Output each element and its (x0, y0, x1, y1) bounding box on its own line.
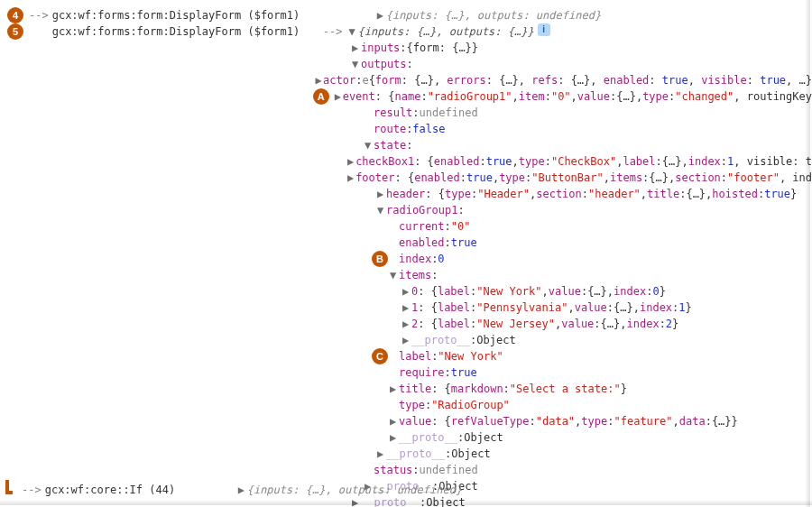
collapse-icon[interactable]: ▼ (352, 56, 361, 72)
prop-subkey: items (610, 170, 642, 186)
expand-icon[interactable]: ▶ (402, 283, 411, 300)
prop-subkey: type (519, 153, 545, 170)
log-summary: {inputs: {…}, outputs: undefined} (386, 7, 601, 23)
collapse-icon[interactable]: ▼ (390, 267, 399, 283)
prop-key: __proto__ (399, 429, 457, 446)
prop-subkey: index (640, 300, 672, 316)
prop-value: undefined (420, 462, 478, 478)
footer-line: ▶ footer: { enabled: true, type: "Button… (7, 170, 812, 186)
status-line: status: undefined (7, 462, 812, 478)
prop-value: "RadioGroup" (431, 397, 510, 413)
collapse-icon[interactable]: ▼ (349, 23, 358, 40)
prop-key: type (399, 397, 425, 413)
prop-key: require (399, 364, 445, 381)
prop-value: "changed" (675, 88, 734, 105)
prop-key: title (399, 381, 431, 397)
rg-enabled-line: enabled: true (7, 235, 812, 251)
prop-value: 0 (652, 283, 659, 300)
header-line: ▶ header: { type: "Header", section: "he… (7, 186, 812, 202)
expand-icon[interactable]: ▶ (402, 316, 411, 332)
prop-key: status (374, 462, 412, 478)
log-function: gcx:wf:core::If (44) (45, 484, 176, 496)
rg-label-line: C label: "New York" (7, 348, 812, 364)
prop-value: {…} (616, 88, 636, 105)
prop-key: header (386, 186, 425, 202)
prop-subkey: enabled (414, 170, 460, 186)
expand-icon[interactable]: ▶ (347, 153, 355, 170)
prop-value: true (466, 170, 493, 186)
callout-badge-5: 5 (7, 23, 23, 40)
event-line: A ▶ event: { name: "radioGroup1", item: … (7, 88, 812, 105)
prop-value: "0" (551, 88, 571, 105)
prop-value: undefined (420, 105, 478, 121)
expand-icon[interactable]: ▶ (402, 300, 411, 316)
prop-subkey: value (577, 88, 610, 105)
prop-rest: , routingKey (734, 88, 812, 105)
prop-subkey: item (519, 88, 545, 105)
prop-value: "data" (536, 413, 575, 429)
prop-subkey: type (581, 413, 607, 429)
prop-key: enabled (399, 235, 445, 251)
rg-items-proto: ▶ __proto__: Object (7, 332, 812, 348)
prop-value: {…} (614, 300, 633, 316)
prop-value: "feature" (614, 413, 672, 429)
class-prefix: e (362, 72, 368, 88)
state-line: ▼ state: (7, 137, 812, 153)
prop-value: "header" (588, 186, 641, 202)
arrow-prefix: --> (22, 482, 42, 498)
log-function: gcx:wf:forms:form:DisplayForm ($form1) (52, 25, 300, 38)
expand-icon[interactable]: ▶ (377, 7, 386, 23)
prop-value: "New York" (438, 348, 503, 364)
prop-subkey: label (438, 283, 470, 300)
inputs-line: ▶ inputs: {form: {…}} (7, 40, 812, 56)
expand-icon[interactable]: ▶ (377, 446, 386, 462)
expand-icon[interactable]: ▶ (347, 170, 355, 186)
rg-title-line: ▶ title: { markdown: "Select a state:"} (7, 381, 812, 397)
prop-subkey: type (642, 88, 669, 105)
prop-value: "New York" (476, 283, 541, 300)
prop-subkey: title (647, 186, 679, 202)
info-icon[interactable]: i (538, 23, 550, 36)
prop-subkey: index (627, 316, 660, 332)
prop-key: __proto__ (386, 446, 445, 462)
prop-rest: , visible: t (734, 153, 812, 170)
prop-value: "Select a state:" (510, 381, 621, 397)
rg-item-0: ▶ 0: { label: "New York", value: {…}, in… (7, 283, 812, 300)
prop-subkey: value (549, 283, 581, 300)
prop-value: "Header" (477, 186, 530, 202)
prop-subkey: type (499, 170, 525, 186)
expand-icon[interactable]: ▶ (315, 72, 323, 88)
prop-key: state (374, 137, 406, 153)
expand-icon[interactable]: ▶ (352, 40, 361, 56)
prop-key: outputs (361, 56, 407, 72)
expand-icon[interactable]: ▶ (238, 482, 247, 498)
expand-icon[interactable]: ▶ (390, 413, 399, 429)
arrow-prefix: --> (29, 7, 49, 23)
expand-icon[interactable]: ▶ (377, 186, 386, 202)
prop-key: 0 (411, 283, 418, 300)
collapse-icon[interactable]: ▼ (364, 137, 374, 153)
log-function: gcx:wf:forms:form:DisplayForm ($form1) (52, 9, 300, 22)
prop-value: "ButtonBar" (531, 170, 603, 186)
prop-subkey: markdown (451, 381, 503, 397)
arrow-suffix: --> (323, 23, 343, 40)
expand-icon[interactable]: ▶ (335, 88, 343, 105)
rg-item-2: ▶ 2: { label: "New Jersey", value: {…}, … (7, 316, 812, 332)
prop-subkey: data (679, 413, 706, 429)
prop-subkey: index (688, 153, 721, 170)
log-summary: {inputs: {…}, outputs: {…}} (358, 23, 534, 40)
collapse-icon[interactable]: ▼ (377, 202, 386, 218)
prop-value: true (764, 186, 790, 202)
prop-value: false (412, 121, 445, 137)
expand-icon[interactable]: ▶ (390, 429, 399, 446)
page-shadow-bottom (0, 500, 812, 505)
prop-value: 2 (666, 316, 672, 332)
prop-value: "footer" (727, 170, 780, 186)
expand-icon[interactable]: ▶ (390, 381, 399, 397)
prop-subkey: type (445, 186, 471, 202)
arrow-spacer (29, 23, 49, 40)
prop-key: inputs (361, 40, 400, 56)
prop-key: label (399, 348, 431, 364)
prop-subkey: hoisted (712, 186, 758, 202)
expand-icon[interactable]: ▶ (402, 332, 411, 348)
